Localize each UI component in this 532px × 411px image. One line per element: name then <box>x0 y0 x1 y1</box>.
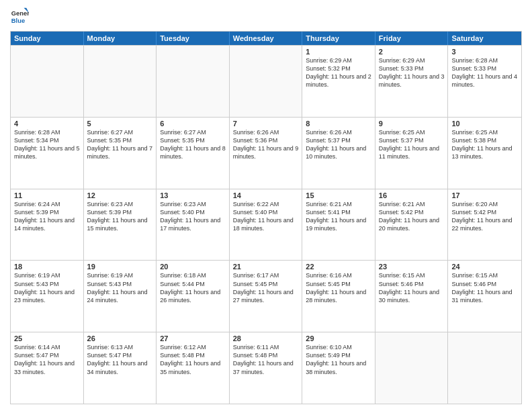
empty-cell <box>375 332 449 404</box>
logo: General Blue <box>10 7 29 26</box>
day-info: Sunrise: 6:15 AM Sunset: 5:46 PM Dayligh… <box>451 271 518 304</box>
calendar-week-4: 18Sunrise: 6:19 AM Sunset: 5:43 PM Dayli… <box>11 260 521 332</box>
calendar: SundayMondayTuesdayWednesdayThursdayFrid… <box>10 31 522 404</box>
day-info: Sunrise: 6:19 AM Sunset: 5:43 PM Dayligh… <box>87 271 153 304</box>
day-cell-29: 29Sunrise: 6:10 AM Sunset: 5:49 PM Dayli… <box>302 332 375 404</box>
day-info: Sunrise: 6:24 AM Sunset: 5:39 PM Dayligh… <box>14 200 80 233</box>
day-info: Sunrise: 6:21 AM Sunset: 5:42 PM Dayligh… <box>379 200 445 233</box>
generalblue-icon: General Blue <box>10 7 29 26</box>
day-cell-14: 14Sunrise: 6:22 AM Sunset: 5:40 PM Dayli… <box>230 189 303 261</box>
day-info: Sunrise: 6:28 AM Sunset: 5:33 PM Dayligh… <box>451 56 518 89</box>
day-cell-6: 6Sunrise: 6:27 AM Sunset: 5:35 PM Daylig… <box>157 118 230 189</box>
empty-cell <box>84 46 157 117</box>
day-number: 17 <box>451 191 518 199</box>
empty-cell <box>11 46 84 117</box>
day-cell-26: 26Sunrise: 6:13 AM Sunset: 5:47 PM Dayli… <box>84 332 157 404</box>
day-number: 21 <box>233 263 299 271</box>
day-info: Sunrise: 6:23 AM Sunset: 5:40 PM Dayligh… <box>160 200 226 233</box>
day-cell-25: 25Sunrise: 6:14 AM Sunset: 5:47 PM Dayli… <box>11 332 84 404</box>
day-cell-13: 13Sunrise: 6:23 AM Sunset: 5:40 PM Dayli… <box>157 189 230 261</box>
calendar-week-1: 1Sunrise: 6:29 AM Sunset: 5:32 PM Daylig… <box>11 45 521 117</box>
day-header-tuesday: Tuesday <box>157 32 230 45</box>
day-cell-9: 9Sunrise: 6:25 AM Sunset: 5:37 PM Daylig… <box>375 118 449 189</box>
day-header-wednesday: Wednesday <box>230 32 303 45</box>
day-info: Sunrise: 6:17 AM Sunset: 5:45 PM Dayligh… <box>233 271 299 304</box>
day-info: Sunrise: 6:18 AM Sunset: 5:44 PM Dayligh… <box>160 271 226 304</box>
day-info: Sunrise: 6:20 AM Sunset: 5:42 PM Dayligh… <box>451 200 518 233</box>
day-number: 7 <box>233 120 299 128</box>
day-info: Sunrise: 6:15 AM Sunset: 5:46 PM Dayligh… <box>379 271 445 304</box>
day-cell-22: 22Sunrise: 6:16 AM Sunset: 5:45 PM Dayli… <box>302 261 375 332</box>
svg-text:General: General <box>11 10 29 17</box>
day-cell-16: 16Sunrise: 6:21 AM Sunset: 5:42 PM Dayli… <box>375 189 449 261</box>
day-number: 24 <box>451 263 518 271</box>
day-cell-19: 19Sunrise: 6:19 AM Sunset: 5:43 PM Dayli… <box>84 261 157 332</box>
day-header-sunday: Sunday <box>11 32 84 45</box>
empty-cell <box>448 332 521 404</box>
day-number: 16 <box>379 191 445 199</box>
day-info: Sunrise: 6:25 AM Sunset: 5:38 PM Dayligh… <box>451 128 518 161</box>
day-cell-4: 4Sunrise: 6:28 AM Sunset: 5:34 PM Daylig… <box>11 118 84 189</box>
day-info: Sunrise: 6:29 AM Sunset: 5:32 PM Dayligh… <box>306 56 371 89</box>
day-cell-12: 12Sunrise: 6:23 AM Sunset: 5:39 PM Dayli… <box>84 189 157 261</box>
calendar-week-3: 11Sunrise: 6:24 AM Sunset: 5:39 PM Dayli… <box>11 189 521 261</box>
empty-cell <box>157 46 230 117</box>
day-cell-10: 10Sunrise: 6:25 AM Sunset: 5:38 PM Dayli… <box>448 118 521 189</box>
day-number: 23 <box>379 263 445 271</box>
day-number: 18 <box>14 263 80 271</box>
day-number: 4 <box>14 120 80 128</box>
day-info: Sunrise: 6:21 AM Sunset: 5:41 PM Dayligh… <box>306 200 371 233</box>
day-cell-3: 3Sunrise: 6:28 AM Sunset: 5:33 PM Daylig… <box>448 46 521 117</box>
day-number: 19 <box>87 263 153 271</box>
day-info: Sunrise: 6:13 AM Sunset: 5:47 PM Dayligh… <box>87 343 153 376</box>
day-cell-28: 28Sunrise: 6:11 AM Sunset: 5:48 PM Dayli… <box>230 332 303 404</box>
day-number: 14 <box>233 191 299 199</box>
day-number: 1 <box>306 48 371 56</box>
svg-text:Blue: Blue <box>11 17 25 24</box>
day-info: Sunrise: 6:25 AM Sunset: 5:37 PM Dayligh… <box>379 128 445 161</box>
day-number: 28 <box>233 334 299 342</box>
empty-cell <box>230 46 303 117</box>
calendar-header: SundayMondayTuesdayWednesdayThursdayFrid… <box>11 32 521 45</box>
day-info: Sunrise: 6:27 AM Sunset: 5:35 PM Dayligh… <box>160 128 226 161</box>
day-info: Sunrise: 6:11 AM Sunset: 5:48 PM Dayligh… <box>233 343 299 376</box>
day-number: 11 <box>14 191 80 199</box>
day-header-friday: Friday <box>375 32 449 45</box>
page: General Blue SundayMondayTuesdayWednesda… <box>0 0 532 411</box>
day-info: Sunrise: 6:26 AM Sunset: 5:37 PM Dayligh… <box>306 128 371 161</box>
day-header-monday: Monday <box>84 32 157 45</box>
day-cell-11: 11Sunrise: 6:24 AM Sunset: 5:39 PM Dayli… <box>11 189 84 261</box>
day-info: Sunrise: 6:22 AM Sunset: 5:40 PM Dayligh… <box>233 200 299 233</box>
day-info: Sunrise: 6:28 AM Sunset: 5:34 PM Dayligh… <box>14 128 80 161</box>
day-number: 20 <box>160 263 226 271</box>
day-number: 9 <box>379 120 445 128</box>
day-number: 2 <box>379 48 445 56</box>
day-header-thursday: Thursday <box>302 32 375 45</box>
day-number: 6 <box>160 120 226 128</box>
header: General Blue <box>10 7 522 26</box>
day-cell-20: 20Sunrise: 6:18 AM Sunset: 5:44 PM Dayli… <box>157 261 230 332</box>
day-cell-8: 8Sunrise: 6:26 AM Sunset: 5:37 PM Daylig… <box>302 118 375 189</box>
day-info: Sunrise: 6:27 AM Sunset: 5:35 PM Dayligh… <box>87 128 153 161</box>
day-cell-17: 17Sunrise: 6:20 AM Sunset: 5:42 PM Dayli… <box>448 189 521 261</box>
day-info: Sunrise: 6:29 AM Sunset: 5:33 PM Dayligh… <box>379 56 445 89</box>
day-number: 12 <box>87 191 153 199</box>
calendar-week-2: 4Sunrise: 6:28 AM Sunset: 5:34 PM Daylig… <box>11 117 521 189</box>
day-cell-27: 27Sunrise: 6:12 AM Sunset: 5:48 PM Dayli… <box>157 332 230 404</box>
day-cell-18: 18Sunrise: 6:19 AM Sunset: 5:43 PM Dayli… <box>11 261 84 332</box>
day-info: Sunrise: 6:16 AM Sunset: 5:45 PM Dayligh… <box>306 271 371 304</box>
day-info: Sunrise: 6:10 AM Sunset: 5:49 PM Dayligh… <box>306 343 371 376</box>
day-number: 22 <box>306 263 371 271</box>
day-number: 3 <box>451 48 518 56</box>
day-number: 26 <box>87 334 153 342</box>
day-cell-24: 24Sunrise: 6:15 AM Sunset: 5:46 PM Dayli… <box>448 261 521 332</box>
day-number: 27 <box>160 334 226 342</box>
day-cell-2: 2Sunrise: 6:29 AM Sunset: 5:33 PM Daylig… <box>375 46 449 117</box>
day-info: Sunrise: 6:14 AM Sunset: 5:47 PM Dayligh… <box>14 343 80 376</box>
day-number: 5 <box>87 120 153 128</box>
day-number: 8 <box>306 120 371 128</box>
day-cell-21: 21Sunrise: 6:17 AM Sunset: 5:45 PM Dayli… <box>230 261 303 332</box>
day-number: 15 <box>306 191 371 199</box>
day-cell-5: 5Sunrise: 6:27 AM Sunset: 5:35 PM Daylig… <box>84 118 157 189</box>
day-info: Sunrise: 6:26 AM Sunset: 5:36 PM Dayligh… <box>233 128 299 161</box>
